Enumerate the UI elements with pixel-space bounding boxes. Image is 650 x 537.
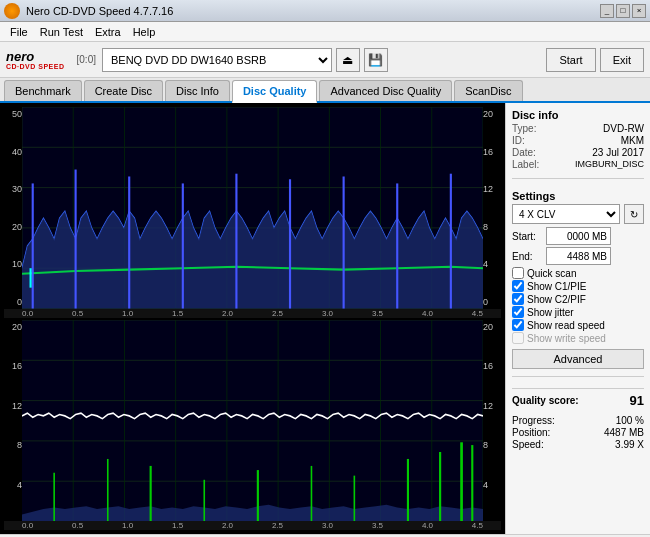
tab-disc-quality[interactable]: Disc Quality — [232, 80, 318, 103]
progress-section: Progress: 100 % Position: 4487 MB Speed:… — [512, 415, 644, 451]
divider-1 — [512, 178, 644, 179]
position-row: Position: 4487 MB — [512, 427, 644, 438]
progress-row: Progress: 100 % — [512, 415, 644, 426]
svg-marker-42 — [22, 504, 483, 521]
chart1-y-left: 50 40 30 20 10 0 — [4, 107, 22, 309]
disc-id-row: ID: MKM — [512, 135, 644, 146]
show-read-speed-row: Show read speed — [512, 319, 644, 331]
right-panel: Disc info Type: DVD-RW ID: MKM Date: 23 … — [505, 103, 650, 534]
start-mb-input[interactable] — [546, 227, 611, 245]
show-c1pie-checkbox[interactable] — [512, 280, 524, 292]
quality-score-label: Quality score: — [512, 395, 579, 406]
show-jitter-label: Show jitter — [527, 307, 574, 318]
end-mb-input[interactable] — [546, 247, 611, 265]
toolbar: nero CD·DVD SPEED [0:0] BENQ DVD DD DW16… — [0, 42, 650, 78]
window-controls: _ □ × — [600, 4, 646, 18]
tab-bar: Benchmark Create Disc Disc Info Disc Qua… — [0, 78, 650, 103]
settings-section: Settings 4 X CLV 1 X CLV 2 X CLV Max ↻ S… — [512, 186, 644, 369]
quality-score-row: Quality score: 91 — [512, 388, 644, 408]
quick-scan-checkbox[interactable] — [512, 267, 524, 279]
menu-run-test[interactable]: Run Test — [34, 24, 89, 40]
nero-logo: nero CD·DVD SPEED — [6, 50, 65, 70]
chart1-svg — [22, 107, 483, 309]
advanced-button[interactable]: Advanced — [512, 349, 644, 369]
show-read-speed-checkbox[interactable] — [512, 319, 524, 331]
drive-label: [0:0] — [77, 54, 96, 65]
chart-area: 50 40 30 20 10 0 — [0, 103, 505, 534]
window-title: Nero CD-DVD Speed 4.7.7.16 — [26, 5, 173, 17]
speed-value: 3.99 X — [615, 439, 644, 450]
divider-2 — [512, 376, 644, 377]
show-write-speed-checkbox[interactable] — [512, 332, 524, 344]
tab-benchmark[interactable]: Benchmark — [4, 80, 82, 101]
app-icon — [4, 3, 20, 19]
show-write-speed-label: Show write speed — [527, 333, 606, 344]
quality-score-value: 91 — [630, 393, 644, 408]
maximize-button[interactable]: □ — [616, 4, 630, 18]
chart-1-container: 50 40 30 20 10 0 — [4, 107, 501, 318]
disc-date-row: Date: 23 Jul 2017 — [512, 147, 644, 158]
speed-label: Speed: — [512, 439, 544, 450]
tab-create-disc[interactable]: Create Disc — [84, 80, 163, 101]
settings-title: Settings — [512, 190, 644, 202]
speed-row: Speed: 3.99 X — [512, 439, 644, 450]
menu-bar: File Run Test Extra Help — [0, 22, 650, 42]
show-c1pie-row: Show C1/PIE — [512, 280, 644, 292]
close-button[interactable]: × — [632, 4, 646, 18]
disc-info-section: Disc info Type: DVD-RW ID: MKM Date: 23 … — [512, 109, 644, 171]
chart2-y-right: 20 16 12 8 4 — [483, 320, 501, 522]
chart1-y-right: 20 16 12 8 4 0 — [483, 107, 501, 309]
refresh-button[interactable]: ↻ — [624, 204, 644, 224]
tab-disc-info[interactable]: Disc Info — [165, 80, 230, 101]
quick-scan-row: Quick scan — [512, 267, 644, 279]
main-content: 50 40 30 20 10 0 — [0, 103, 650, 534]
progress-value: 100 % — [616, 415, 644, 426]
menu-help[interactable]: Help — [127, 24, 162, 40]
menu-file[interactable]: File — [4, 24, 34, 40]
drive-select[interactable]: BENQ DVD DD DW1640 BSRB — [102, 48, 332, 72]
title-bar: Nero CD-DVD Speed 4.7.7.16 _ □ × — [0, 0, 650, 22]
chart1-x-axis: 0.0 0.5 1.0 1.5 2.0 2.5 3.0 3.5 4.0 4.5 — [4, 309, 501, 318]
chart2-x-axis: 0.0 0.5 1.0 1.5 2.0 2.5 3.0 3.5 4.0 4.5 — [4, 521, 501, 530]
disc-label-row: Label: IMGBURN_DISC — [512, 159, 644, 170]
show-jitter-row: Show jitter — [512, 306, 644, 318]
speed-select[interactable]: 4 X CLV 1 X CLV 2 X CLV Max — [512, 204, 620, 224]
show-c2pif-row: Show C2/PIF — [512, 293, 644, 305]
start-mb-row: Start: — [512, 227, 644, 245]
menu-extra[interactable]: Extra — [89, 24, 127, 40]
eject-button[interactable]: ⏏ — [336, 48, 360, 72]
end-mb-row: End: — [512, 247, 644, 265]
chart2-svg — [22, 320, 483, 522]
show-c2pif-checkbox[interactable] — [512, 293, 524, 305]
show-c2pif-label: Show C2/PIF — [527, 294, 586, 305]
chart-2-container: 20 16 12 8 4 — [4, 320, 501, 531]
speed-settings-row: 4 X CLV 1 X CLV 2 X CLV Max ↻ — [512, 204, 644, 224]
tab-advanced-disc-quality[interactable]: Advanced Disc Quality — [319, 80, 452, 101]
progress-label: Progress: — [512, 415, 555, 426]
disc-info-title: Disc info — [512, 109, 644, 121]
position-value: 4487 MB — [604, 427, 644, 438]
show-read-speed-label: Show read speed — [527, 320, 605, 331]
tab-scandisc[interactable]: ScanDisc — [454, 80, 522, 101]
minimize-button[interactable]: _ — [600, 4, 614, 18]
show-c1pie-label: Show C1/PIE — [527, 281, 586, 292]
disc-type-row: Type: DVD-RW — [512, 123, 644, 134]
exit-button[interactable]: Exit — [600, 48, 644, 72]
show-jitter-checkbox[interactable] — [512, 306, 524, 318]
quick-scan-label: Quick scan — [527, 268, 576, 279]
start-button[interactable]: Start — [546, 48, 595, 72]
save-button[interactable]: 💾 — [364, 48, 388, 72]
position-label: Position: — [512, 427, 550, 438]
chart2-y-left: 20 16 12 8 4 — [4, 320, 22, 522]
show-write-speed-row: Show write speed — [512, 332, 644, 344]
